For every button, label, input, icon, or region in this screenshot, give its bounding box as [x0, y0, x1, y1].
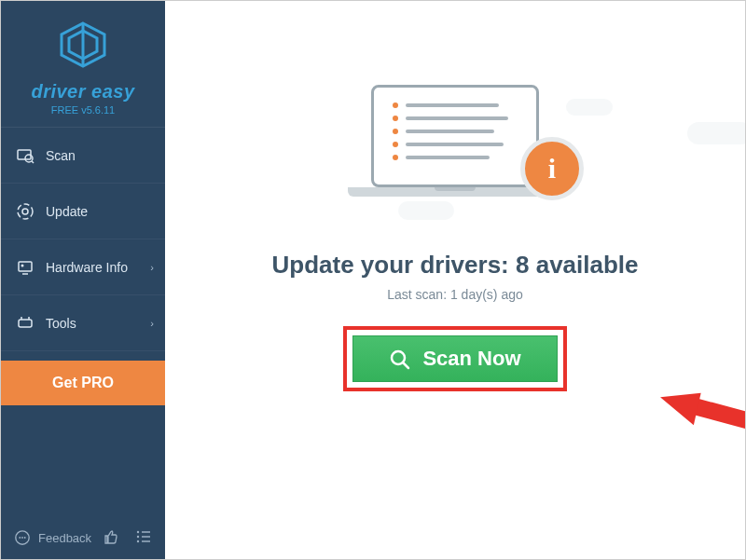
main-pane: i Update your drivers: 8 available Last … [165, 1, 745, 559]
sidebar-item-update[interactable]: Update [1, 184, 165, 239]
update-icon [16, 202, 35, 221]
sidebar-item-tools[interactable]: Tools › [1, 295, 165, 351]
cloud-decoration [566, 99, 613, 116]
chevron-right-icon: › [150, 318, 154, 329]
svg-point-6 [18, 204, 33, 219]
get-pro-button[interactable]: Get PRO [1, 361, 165, 405]
feedback-icon [14, 529, 31, 546]
search-icon [389, 348, 411, 371]
svg-point-15 [19, 537, 21, 539]
svg-rect-11 [19, 320, 32, 327]
scan-now-label: Scan Now [422, 347, 520, 371]
sidebar-item-label: Hardware Info [46, 260, 128, 275]
list-button[interactable] [134, 527, 153, 546]
headline: Update your drivers: 8 available [271, 251, 638, 280]
svg-point-16 [21, 537, 23, 539]
svg-point-17 [24, 537, 26, 539]
available-count: 8 [516, 251, 529, 279]
scan-icon [16, 146, 35, 165]
brand-logo-icon [58, 20, 108, 70]
laptop-illustration: i [343, 75, 567, 225]
list-icon [134, 527, 153, 546]
svg-point-18 [137, 531, 139, 533]
sidebar-item-hardware-info[interactable]: Hardware Info › [1, 239, 165, 295]
scan-button-highlight: Scan Now [343, 326, 567, 391]
svg-point-20 [137, 540, 139, 542]
chevron-right-icon: › [150, 262, 154, 273]
feedback-label: Feedback [38, 531, 91, 545]
thumbs-up-icon [101, 527, 119, 546]
sidebar-footer: Feedback [1, 518, 165, 559]
headline-suffix: available [529, 251, 638, 279]
thumbs-up-button[interactable] [101, 527, 119, 546]
app-window: — ✕ driver easy FREE v5.6.11 Scan [0, 0, 746, 560]
laptop-icon [371, 85, 539, 197]
headline-prefix: Update your drivers: [271, 251, 516, 279]
last-scan-label: Last scan: 1 day(s) ago [387, 287, 523, 302]
sidebar-item-label: Tools [46, 316, 76, 331]
sidebar-item-label: Update [46, 204, 88, 219]
cloud-decoration [687, 122, 746, 144]
sidebar-item-scan[interactable]: Scan [1, 128, 165, 184]
sidebar: driver easy FREE v5.6.11 Scan Update [1, 1, 165, 559]
svg-rect-8 [19, 262, 32, 271]
feedback-button[interactable]: Feedback [14, 529, 91, 546]
sidebar-item-label: Scan [46, 148, 76, 163]
version-label: FREE v5.6.11 [1, 104, 165, 116]
svg-point-4 [25, 155, 33, 162]
info-badge-icon: i [520, 137, 584, 200]
svg-marker-26 [660, 378, 713, 432]
svg-point-19 [137, 536, 139, 538]
hardware-icon [16, 258, 35, 277]
tools-icon [16, 314, 35, 333]
svg-line-5 [32, 161, 34, 163]
logo-block: driver easy FREE v5.6.11 [1, 1, 165, 128]
svg-line-25 [403, 362, 408, 368]
annotation-arrow-icon [652, 350, 746, 483]
scan-now-button[interactable]: Scan Now [352, 335, 558, 382]
brand-name: driver easy [1, 81, 165, 102]
nav: Scan Update Hardware Info › Tools [1, 128, 165, 518]
svg-point-7 [22, 209, 28, 214]
svg-point-10 [21, 264, 24, 266]
